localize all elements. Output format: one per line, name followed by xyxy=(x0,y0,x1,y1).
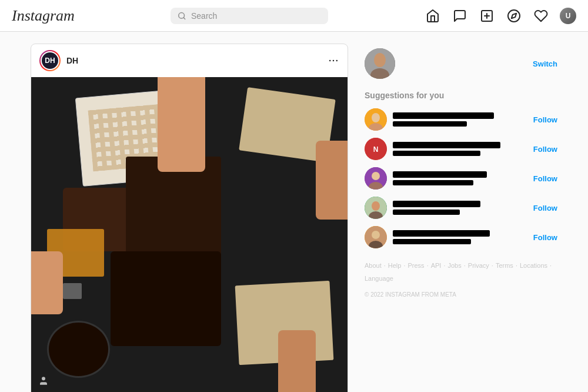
svg-point-14 xyxy=(374,53,386,67)
svg-point-17 xyxy=(372,113,380,122)
sidebar-user-avatar[interactable] xyxy=(365,48,395,79)
suggestion-avatar-4[interactable] xyxy=(365,197,387,219)
hand-2 xyxy=(316,141,348,220)
svg-marker-6 xyxy=(512,13,516,18)
sidebar-footer: About· Help· Press· API· Jobs· Privacy· … xyxy=(365,260,557,300)
suggestion-avatar-inner-1 xyxy=(365,108,387,131)
footer-about[interactable]: About xyxy=(365,260,382,272)
footer-jobs[interactable]: Jobs xyxy=(447,260,461,272)
follow-button-2[interactable]: Follow xyxy=(533,145,557,154)
food-item-3 xyxy=(47,321,111,378)
footer-links: About· Help· Press· API· Jobs· Privacy· … xyxy=(365,260,557,285)
svg-point-7 xyxy=(329,60,331,62)
suggestion-info-4 xyxy=(393,201,527,215)
footer-privacy[interactable]: Privacy xyxy=(468,260,489,272)
suggestion-avatar-5[interactable] xyxy=(365,226,387,248)
sidebar-column: Switch Suggestions for you Follow xyxy=(365,44,557,392)
footer-locations[interactable]: Locations xyxy=(520,260,547,272)
messenger-icon[interactable] xyxy=(452,8,468,24)
suggestion-avatar-inner-5 xyxy=(365,226,387,248)
suggestion-item-2: N Follow xyxy=(365,138,557,160)
post-username[interactable]: DH xyxy=(66,56,78,65)
post-header: DH DH xyxy=(31,44,348,77)
sidebar-user: Switch xyxy=(365,48,557,79)
post-more-button[interactable] xyxy=(328,55,339,67)
svg-point-10 xyxy=(42,377,45,380)
sidebar-user-avatar-inner xyxy=(365,48,395,79)
suggestion-info-1 xyxy=(393,112,527,127)
search-bar[interactable] xyxy=(171,8,328,24)
suggestion-avatar-inner-3 xyxy=(365,167,387,190)
follow-button-5[interactable]: Follow xyxy=(533,233,557,242)
search-input[interactable] xyxy=(191,11,321,21)
svg-point-22 xyxy=(372,172,380,180)
food-item-2 xyxy=(126,157,220,267)
suggestion-name-bar-5 xyxy=(393,230,490,237)
notifications-icon[interactable] xyxy=(533,8,549,24)
switch-button[interactable]: Switch xyxy=(533,59,557,68)
svg-point-25 xyxy=(372,201,380,211)
hand-4 xyxy=(31,251,63,315)
user-icon-overlay xyxy=(38,376,49,388)
suggestion-name-bar-3 xyxy=(393,171,487,178)
svg-point-9 xyxy=(336,60,338,62)
suggestions-title: Suggestions for you xyxy=(365,91,557,100)
svg-point-28 xyxy=(372,231,380,239)
add-post-icon[interactable] xyxy=(479,8,495,24)
logo-mark xyxy=(63,283,82,299)
post-avatar-initials: DH xyxy=(41,51,59,70)
svg-point-5 xyxy=(508,10,520,22)
footer-terms[interactable]: Terms xyxy=(496,260,513,272)
hand-1 xyxy=(158,77,205,172)
search-icon xyxy=(178,11,186,21)
suggestion-sub-bar-3 xyxy=(393,180,473,185)
hand-3 xyxy=(278,330,316,392)
follow-button-1[interactable]: Follow xyxy=(533,115,557,124)
suggestion-sub-bar-5 xyxy=(393,239,471,244)
suggestion-avatar-1[interactable] xyxy=(365,108,387,131)
footer-press[interactable]: Press xyxy=(408,260,425,272)
suggestion-sub-bar-1 xyxy=(393,121,467,127)
suggestion-info-3 xyxy=(393,171,527,185)
post-avatar[interactable]: DH xyxy=(39,50,61,71)
profile-avatar-inner: U xyxy=(560,8,576,24)
footer-copyright: © 2022 INSTAGRAM FROM META xyxy=(365,290,557,300)
home-icon[interactable] xyxy=(425,8,441,24)
footer-help[interactable]: Help xyxy=(388,260,402,272)
suggestion-avatar-inner-2: N xyxy=(365,138,387,160)
suggestion-avatar-3[interactable] xyxy=(365,167,387,190)
suggestion-item-3: Follow xyxy=(365,167,557,190)
suggestion-item: Follow xyxy=(365,108,557,131)
post-header-left: DH DH xyxy=(39,50,78,71)
post-card: DH DH xyxy=(31,44,348,392)
suggestion-item-4: Follow xyxy=(365,197,557,219)
footer-api[interactable]: API xyxy=(431,260,442,272)
suggestion-sub-bar-4 xyxy=(393,210,460,215)
suggestion-avatar-2[interactable]: N xyxy=(365,138,387,160)
svg-point-8 xyxy=(333,60,335,62)
suggestion-name-bar-2 xyxy=(393,142,500,148)
header-nav: U xyxy=(425,8,576,24)
post-image xyxy=(31,77,348,392)
profile-avatar[interactable]: U xyxy=(560,8,576,24)
food-scene-graphic xyxy=(31,77,348,392)
follow-button-4[interactable]: Follow xyxy=(533,204,557,212)
food-item-4 xyxy=(111,251,221,346)
suggestion-name-bar-1 xyxy=(393,112,494,119)
suggestion-info-2 xyxy=(393,142,527,156)
header: Instagram xyxy=(0,0,588,32)
instagram-logo[interactable]: Instagram xyxy=(12,7,75,25)
main-container: DH DH xyxy=(6,32,582,392)
follow-button-3[interactable]: Follow xyxy=(533,174,557,183)
suggestion-sub-bar-2 xyxy=(393,151,480,156)
footer-language[interactable]: Language xyxy=(365,273,393,285)
suggestion-name-bar-4 xyxy=(393,201,480,207)
suggestion-info-5 xyxy=(393,230,527,244)
explore-icon[interactable] xyxy=(506,8,522,24)
svg-line-1 xyxy=(184,17,186,19)
suggestion-item-5: Follow xyxy=(365,226,557,248)
feed-column: DH DH xyxy=(31,44,348,392)
svg-text:N: N xyxy=(373,145,379,154)
suggestion-avatar-inner-4 xyxy=(365,197,387,219)
